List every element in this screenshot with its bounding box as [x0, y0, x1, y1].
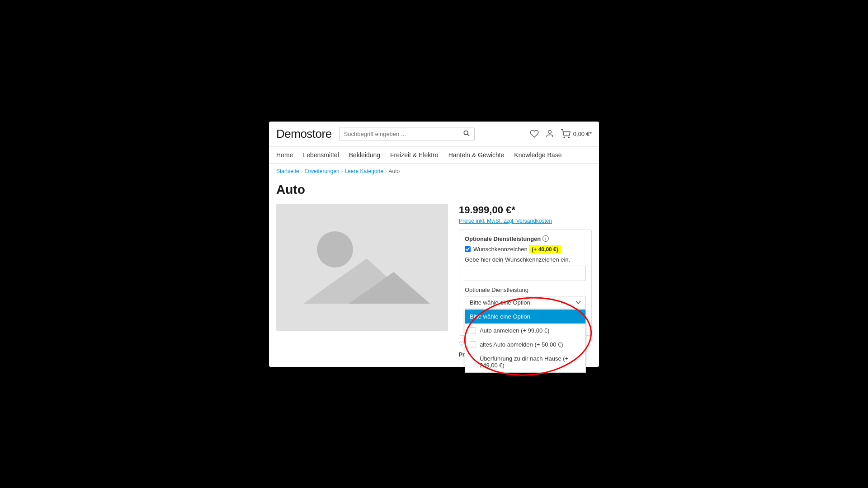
- search-button[interactable]: [459, 127, 474, 141]
- option-checkbox-3: [470, 359, 476, 365]
- svg-point-0: [464, 131, 468, 135]
- service-label: Optionale Dienstleistung: [465, 286, 586, 293]
- svg-point-2: [548, 131, 551, 134]
- wunsch-input[interactable]: [465, 266, 586, 281]
- svg-point-4: [568, 137, 569, 138]
- wishlist-icon-button[interactable]: [530, 129, 539, 138]
- cart-price: 0,00 €*: [573, 131, 592, 137]
- dropdown-option-1[interactable]: Auto anmelden (+ 99,00 €): [465, 324, 585, 338]
- breadcrumb-current: Auto: [389, 168, 400, 174]
- breadcrumb-sep-1: ›: [301, 169, 303, 174]
- breadcrumb-sep-2: ›: [341, 169, 343, 174]
- checkbox-label[interactable]: Wunschkennzeichen (+ 40,00 €): [473, 246, 561, 253]
- site-logo[interactable]: Demostore: [276, 127, 332, 141]
- options-title: Optionale Dienstleistungen i: [465, 235, 586, 242]
- options-title-text: Optionale Dienstleistungen: [465, 235, 541, 242]
- search-bar: [339, 127, 475, 141]
- header-icons: 0,00 €*: [530, 129, 592, 138]
- option-checkbox-2: [470, 341, 476, 347]
- breadcrumb-leere-kategorie[interactable]: Leere Kategorie: [344, 168, 383, 174]
- wunsch-label: Gebe hier dein Wunschkennzeichen ein.: [465, 256, 586, 263]
- nav-home[interactable]: Home: [276, 151, 293, 159]
- dropdown-option-2-label: altes Auto abmelden (+ 50,00 €): [480, 341, 563, 348]
- checkbox-price-badge: (+ 40,00 €): [529, 245, 561, 253]
- svg-line-1: [467, 134, 469, 136]
- checkbox-row: Wunschkennzeichen (+ 40,00 €): [465, 246, 586, 253]
- svg-point-6: [317, 231, 353, 267]
- dropdown-option-0-label: Bitte wähle eine Option.: [470, 313, 532, 320]
- main-nav: Home Lebensmittel Bekleidung Freizeit & …: [269, 147, 599, 164]
- option-checkbox-1: [470, 327, 476, 333]
- heart-icon: ♡: [459, 340, 464, 347]
- checkbox-label-text: Wunschkennzeichen: [473, 246, 528, 253]
- product-image-placeholder: [276, 204, 448, 331]
- search-icon: [463, 130, 470, 136]
- breadcrumb-erweiterungen[interactable]: Erweiterungen: [304, 168, 339, 174]
- dropdown-section: Bitte wähle eine Option. Bitte wähle ein…: [465, 296, 586, 309]
- logo-bold: Demo: [276, 127, 307, 141]
- nav-lebensmittel[interactable]: Lebensmittel: [303, 151, 339, 159]
- dropdown-option-2[interactable]: altes Auto abmelden (+ 50,00 €): [465, 338, 585, 352]
- breadcrumb-startseite[interactable]: Startseite: [276, 168, 299, 174]
- nav-freizeit[interactable]: Freizeit & Elektro: [390, 151, 439, 159]
- price-note[interactable]: Preise inkl. MwSt. zzgl. Versandkosten: [459, 218, 592, 224]
- nav-knowledge-base[interactable]: Knowledge Base: [514, 151, 561, 159]
- dropdown-option-0[interactable]: Bitte wähle eine Option.: [465, 310, 585, 324]
- account-icon-button[interactable]: [545, 129, 554, 138]
- options-box: Optionale Dienstleistungen i Wunschkennz…: [459, 230, 592, 336]
- dropdown-selected-text: Bitte wähle eine Option.: [470, 299, 532, 306]
- cart-button[interactable]: 0,00 €*: [561, 129, 592, 138]
- breadcrumb-sep-3: ›: [385, 169, 387, 174]
- product-area: 19.999,00 €* Preise inkl. MwSt. zzgl. Ve…: [269, 204, 599, 367]
- browser-window: Demostore: [269, 122, 599, 367]
- product-details: 19.999,00 €* Preise inkl. MwSt. zzgl. Ve…: [459, 204, 592, 358]
- search-input[interactable]: [340, 128, 459, 140]
- dropdown-option-1-label: Auto anmelden (+ 99,00 €): [480, 327, 549, 334]
- breadcrumb: Startseite › Erweiterungen › Leere Kateg…: [269, 164, 599, 179]
- dropdown-option-3-label: Überführung zu dir nach Hause (+ 249,00 …: [480, 355, 581, 369]
- logo-light: store: [307, 127, 331, 141]
- dropdown-trigger[interactable]: Bitte wähle eine Option.: [465, 296, 586, 309]
- product-image: [276, 204, 448, 331]
- dropdown-menu: Bitte wähle eine Option. Auto anmelden (…: [465, 310, 586, 373]
- header: Demostore: [269, 122, 599, 147]
- cart-icon: [561, 129, 571, 138]
- svg-point-3: [564, 137, 565, 138]
- chevron-down-icon: [576, 300, 581, 304]
- page-title: Auto: [269, 179, 599, 204]
- product-price: 19.999,00 €*: [459, 204, 592, 216]
- dropdown-option-3[interactable]: Überführung zu dir nach Hause (+ 249,00 …: [465, 352, 585, 372]
- info-icon[interactable]: i: [542, 235, 549, 242]
- wunsch-checkbox[interactable]: [465, 246, 471, 252]
- nav-hanteln[interactable]: Hanteln & Gewichte: [448, 151, 505, 159]
- nav-bekleidung[interactable]: Bekleidung: [349, 151, 380, 159]
